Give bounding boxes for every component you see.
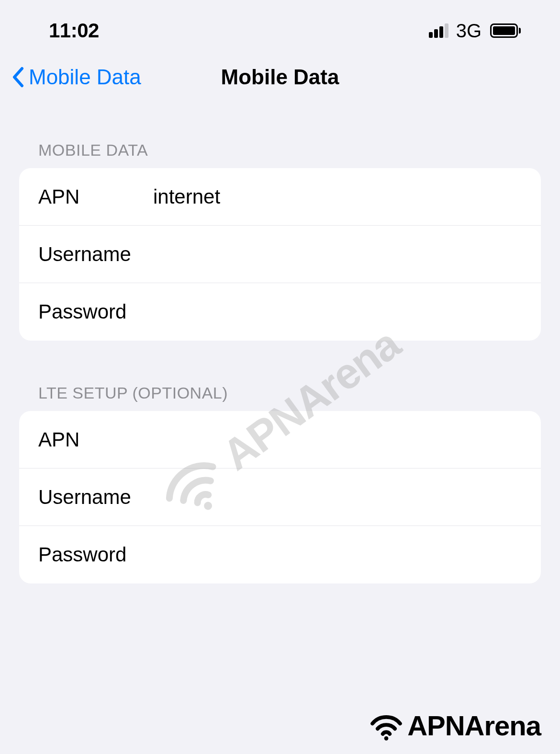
svg-point-1 [384, 736, 389, 741]
username-label: Username [38, 243, 153, 266]
lte-username-input[interactable] [153, 486, 522, 509]
lte-apn-label: APN [38, 428, 153, 451]
section-lte-setup: APN Username Password [19, 411, 541, 583]
apn-input[interactable] [153, 185, 522, 208]
network-type: 3G [456, 20, 482, 42]
username-input[interactable] [153, 243, 522, 266]
lte-apn-input[interactable] [153, 428, 522, 451]
battery-icon [490, 23, 521, 38]
password-input[interactable] [153, 300, 522, 323]
section-mobile-data: APN Username Password [19, 168, 541, 341]
lte-password-input[interactable] [153, 543, 522, 566]
password-label: Password [38, 300, 153, 323]
lte-username-label: Username [38, 486, 153, 509]
back-label: Mobile Data [29, 65, 141, 89]
chevron-left-icon [11, 67, 25, 88]
lte-password-label: Password [38, 543, 153, 566]
page-title: Mobile Data [221, 65, 339, 89]
wifi-icon [369, 708, 403, 743]
section-header-lte-setup: LTE SETUP (OPTIONAL) [19, 384, 541, 411]
signal-icon [429, 23, 448, 38]
field-row-lte-username[interactable]: Username [19, 468, 541, 526]
field-row-lte-apn[interactable]: APN [19, 411, 541, 468]
nav-bar: Mobile Data Mobile Data [0, 52, 560, 103]
field-row-lte-password[interactable]: Password [19, 526, 541, 583]
section-header-mobile-data: MOBILE DATA [19, 141, 541, 168]
back-button[interactable]: Mobile Data [11, 65, 141, 89]
brand-logo: APNArena [369, 708, 541, 743]
brand-text: APNArena [407, 709, 541, 742]
field-row-password[interactable]: Password [19, 283, 541, 341]
content: MOBILE DATA APN Username Password LTE SE… [0, 103, 560, 583]
status-indicators: 3G [429, 20, 521, 42]
field-row-apn[interactable]: APN [19, 168, 541, 226]
status-bar: 11:02 3G [0, 0, 560, 52]
status-time: 11:02 [49, 19, 99, 42]
field-row-username[interactable]: Username [19, 226, 541, 283]
apn-label: APN [38, 185, 153, 208]
